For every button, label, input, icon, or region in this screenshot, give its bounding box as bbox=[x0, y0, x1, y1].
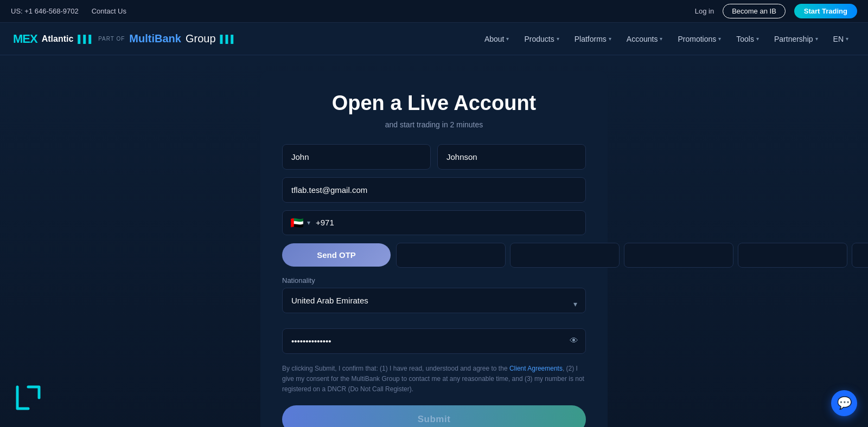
email-input[interactable] bbox=[282, 177, 586, 203]
nav-label-platforms: Platforms bbox=[575, 35, 607, 43]
phone-country-chevron-icon: ▾ bbox=[307, 219, 310, 227]
bottom-logo bbox=[13, 381, 46, 416]
uae-flag-icon: 🇦🇪 bbox=[290, 216, 304, 229]
form-subtitle: and start trading in 2 minutes bbox=[282, 120, 586, 129]
logo-group-bars-icon: ▌▌▌ bbox=[220, 35, 237, 43]
name-row bbox=[282, 144, 586, 170]
send-otp-button[interactable]: Send OTP bbox=[282, 243, 391, 267]
otp-box-2[interactable] bbox=[510, 243, 620, 268]
nav-label-tools: Tools bbox=[736, 35, 754, 43]
chevron-down-icon: ▾ bbox=[718, 36, 721, 42]
nav-item-products[interactable]: Products ▾ bbox=[518, 30, 565, 48]
nav-label-promotions: Promotions bbox=[678, 35, 716, 43]
nav-label-en: EN bbox=[833, 35, 844, 43]
nationality-select[interactable]: United Arab Emirates United States Unite… bbox=[282, 288, 586, 313]
country-flag-selector[interactable]: 🇦🇪 ▾ bbox=[290, 216, 310, 229]
form-title: Open a Live Account bbox=[282, 91, 586, 116]
nav-item-platforms[interactable]: Platforms ▾ bbox=[568, 30, 618, 48]
login-link[interactable]: Log in bbox=[695, 7, 714, 15]
lc-logo-icon bbox=[13, 381, 46, 414]
otp-box-1[interactable] bbox=[396, 243, 506, 268]
nationality-section: Nationality United Arab Emirates United … bbox=[282, 276, 586, 321]
nav-item-promotions[interactable]: Promotions ▾ bbox=[671, 30, 727, 48]
main-content: Open a Live Account and start trading in… bbox=[0, 55, 868, 427]
chevron-down-icon: ▾ bbox=[756, 36, 759, 42]
logo-mex: MEX bbox=[13, 32, 37, 46]
nav-item-partnership[interactable]: Partnership ▾ bbox=[768, 30, 825, 48]
otp-boxes bbox=[396, 243, 868, 268]
nav-label-accounts: Accounts bbox=[627, 35, 658, 43]
nationality-wrapper: United Arab Emirates United States Unite… bbox=[282, 288, 586, 321]
chevron-down-icon: ▾ bbox=[609, 36, 611, 42]
nav-item-about[interactable]: About ▾ bbox=[478, 30, 516, 48]
registration-form: Open a Live Account and start trading in… bbox=[260, 72, 608, 427]
last-name-field bbox=[437, 144, 586, 170]
first-name-input[interactable] bbox=[282, 144, 431, 170]
otp-row: Send OTP bbox=[282, 243, 586, 268]
otp-box-4[interactable] bbox=[738, 243, 847, 268]
phone-code: +971 bbox=[316, 218, 334, 227]
chat-button[interactable]: 💬 bbox=[831, 390, 857, 416]
last-name-input[interactable] bbox=[437, 144, 586, 170]
nav-item-tools[interactable]: Tools ▾ bbox=[730, 30, 765, 48]
logo-bars-icon: ▌▌▌ bbox=[78, 35, 94, 43]
email-field bbox=[282, 177, 586, 203]
agreement-text: By clicking Submit, I confirm that: (1) … bbox=[282, 364, 586, 395]
chevron-down-icon: ▾ bbox=[557, 36, 559, 42]
phone-number-input[interactable] bbox=[343, 218, 578, 227]
logo-area[interactable]: MEX Atlantic ▌▌▌ PART OF MultiBank Group… bbox=[13, 32, 236, 46]
topbar-phone: US: +1 646-568-9702 bbox=[11, 7, 79, 15]
submit-button[interactable]: Submit bbox=[282, 405, 586, 427]
password-toggle-eye-icon[interactable]: 👁 bbox=[570, 336, 578, 346]
navbar: MEX Atlantic ▌▌▌ PART OF MultiBank Group… bbox=[0, 23, 868, 55]
become-ib-button[interactable]: Become an IB bbox=[723, 4, 786, 18]
nav-label-products: Products bbox=[524, 35, 554, 43]
nav-item-accounts[interactable]: Accounts ▾ bbox=[620, 30, 669, 48]
password-field: 👁 bbox=[282, 328, 586, 354]
first-name-field bbox=[282, 144, 431, 170]
logo-atlantic: Atlantic bbox=[42, 34, 74, 44]
nav-links: About ▾ Products ▾ Platforms ▾ Accounts … bbox=[478, 30, 855, 48]
start-trading-button[interactable]: Start Trading bbox=[794, 4, 857, 18]
chevron-down-icon: ▾ bbox=[846, 36, 848, 42]
otp-box-5[interactable] bbox=[852, 243, 868, 268]
otp-box-3[interactable] bbox=[624, 243, 733, 268]
topbar: US: +1 646-568-9702 Contact Us Log in Be… bbox=[0, 0, 868, 23]
nationality-label: Nationality bbox=[282, 276, 586, 284]
client-agreements-link[interactable]: Client Agreements bbox=[509, 365, 563, 372]
chevron-down-icon: ▾ bbox=[506, 36, 509, 42]
agreement-text-1: By clicking Submit, I confirm that: (1) … bbox=[282, 365, 509, 372]
logo-multibank: MultiBank bbox=[129, 33, 181, 45]
logo-group: Group bbox=[186, 33, 216, 45]
nav-item-en[interactable]: EN ▾ bbox=[827, 30, 855, 48]
password-input[interactable] bbox=[282, 328, 586, 354]
phone-row: 🇦🇪 ▾ +971 bbox=[282, 210, 586, 235]
nav-label-partnership: Partnership bbox=[774, 35, 813, 43]
nav-label-about: About bbox=[484, 35, 505, 43]
topbar-contact-link[interactable]: Contact Us bbox=[92, 7, 126, 15]
chat-icon: 💬 bbox=[837, 396, 852, 410]
topbar-right: Log in Become an IB Start Trading bbox=[695, 4, 857, 18]
logo-part-of: PART OF bbox=[98, 36, 125, 42]
chevron-down-icon: ▾ bbox=[815, 36, 818, 42]
chevron-down-icon: ▾ bbox=[660, 36, 662, 42]
